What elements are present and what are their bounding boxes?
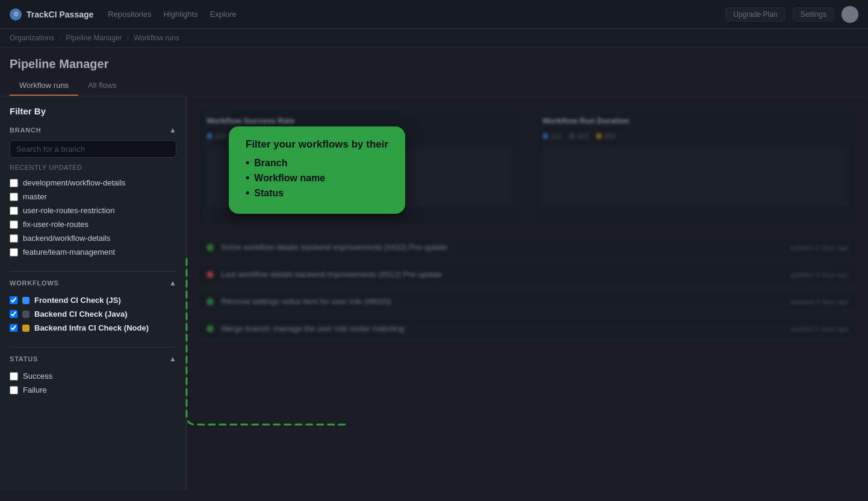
workflow-checkbox-frontend[interactable]	[10, 296, 17, 304]
branch-item-user-role-routes[interactable]: user-role-routes-restriction	[10, 204, 176, 217]
nav-right: Upgrade Plan Settings	[725, 6, 858, 23]
workflows-section: WORKFLOWS ▲ Frontend CI Check (JS) Backe…	[10, 279, 176, 335]
workflows-section-label: WORKFLOWS	[10, 279, 59, 287]
branch-checkbox-master[interactable]	[10, 193, 18, 201]
branch-chevron-icon[interactable]: ▲	[169, 126, 176, 134]
tabs-bar: Workflow runs All flows	[0, 76, 868, 96]
tooltip-title: Filter your workflows by their	[246, 138, 388, 151]
run-title-4: Merge branch: manage the user role route…	[221, 324, 783, 333]
branch-checkbox-development[interactable]	[10, 179, 18, 187]
branch-section-label: BRANCH	[10, 126, 41, 134]
branch-label-master: master	[23, 192, 47, 201]
status-label-success: Success	[23, 372, 52, 381]
tooltip-items-list: Branch Workflow name Status	[246, 157, 388, 199]
workflow-runs-list: Some workflow details backend improvemen…	[187, 236, 868, 340]
branch-item-feature-team[interactable]: feature/team-management	[10, 245, 176, 259]
tab-all-flows[interactable]: All flows	[78, 76, 126, 96]
workflow-dot-backend-node	[22, 325, 29, 332]
page-title: Pipeline Manager	[10, 57, 858, 71]
status-item-failure[interactable]: Failure	[10, 383, 176, 397]
workflow-item-backend-node[interactable]: Backend Infra CI Check (Node)	[10, 321, 176, 335]
workflow-item-backend-java[interactable]: Backend CI Check (Java)	[10, 307, 176, 321]
status-checkbox-failure[interactable]	[10, 386, 18, 394]
workflow-checkbox-backend-java[interactable]	[10, 310, 17, 318]
status-section: STATUS ▲ Success Failure	[10, 355, 176, 397]
status-label-failure: Failure	[23, 385, 47, 394]
branch-label-backend-workflow: backend/workflow-details	[23, 234, 110, 243]
filter-panel: Filter By BRANCH ▲ RECENTLY UPDATED deve…	[0, 96, 187, 490]
nav-link-repositories[interactable]: Repositories	[108, 10, 151, 19]
run-meta-4: updated 5 days ago	[790, 325, 848, 332]
run-status-1	[206, 244, 214, 251]
workflows-section-header: WORKFLOWS ▲	[10, 279, 176, 287]
app-logo[interactable]: ⚙ TrackCI Passage	[10, 8, 93, 20]
breadcrumb-pipeline[interactable]: Pipeline Manager	[66, 34, 122, 42]
run-title-1: Some workflow details backend improvemen…	[221, 243, 783, 252]
run-meta-1: updated 2 days ago	[790, 244, 848, 251]
branch-checkbox-user-role[interactable]	[10, 207, 18, 215]
branch-label-user-role: user-role-routes-restriction	[23, 206, 114, 215]
workflow-dot-backend-java	[22, 311, 29, 318]
legend-label-1: 123	[215, 132, 226, 140]
branch-item-master[interactable]: master	[10, 190, 176, 204]
legend-item-1: 123	[206, 132, 226, 140]
workflow-dot-frontend	[22, 297, 29, 304]
nav-link-explore[interactable]: Explore	[210, 10, 237, 19]
filter-title: Filter By	[10, 106, 176, 116]
chart-placeholder-2	[542, 147, 848, 207]
user-avatar[interactable]	[842, 6, 858, 23]
run-title-2: Last workflow details backend improvemen…	[221, 270, 783, 279]
top-navigation: ⚙ TrackCI Passage Repositories Highlight…	[0, 0, 868, 29]
branch-search-input[interactable]	[10, 140, 176, 158]
section-divider-2	[10, 347, 176, 347]
branch-item-development[interactable]: development/workflow-details	[10, 176, 176, 190]
filter-tooltip: Filter your workflows by their Branch Wo…	[229, 126, 405, 214]
tab-workflow-runs[interactable]: Workflow runs	[10, 76, 78, 96]
status-chevron-icon[interactable]: ▲	[169, 355, 176, 363]
duration-legend-item-2: 222	[569, 132, 588, 140]
workflow-label-backend-node: Backend Infra CI Check (Node)	[34, 323, 149, 332]
duration-legend-dot-gray	[569, 133, 575, 139]
page-title-area: Pipeline Manager	[0, 48, 868, 76]
status-checkbox-success[interactable]	[10, 372, 18, 381]
branch-label-development: development/workflow-details	[23, 178, 126, 187]
status-section-header: STATUS ▲	[10, 355, 176, 363]
breadcrumb-workflow-runs[interactable]: Workflow runs	[134, 34, 179, 42]
section-divider-1	[10, 271, 176, 272]
branch-checkbox-fix-user-role[interactable]	[10, 220, 18, 229]
workflow-label-frontend: Frontend CI Check (JS)	[34, 296, 121, 305]
run-item-4: Merge branch: manage the user role route…	[196, 317, 858, 340]
duration-legend-item-1: 111	[542, 132, 562, 140]
nav-link-highlights[interactable]: Highlights	[164, 10, 198, 19]
branch-checkbox-feature-team[interactable]	[10, 248, 18, 257]
branch-label-feature-team: feature/team-management	[23, 247, 115, 257]
run-status-2	[206, 271, 214, 278]
tooltip-item-branch: Branch	[246, 157, 388, 169]
tooltip-item-workflow: Workflow name	[246, 172, 388, 184]
breadcrumb-organizations[interactable]: Organizations	[10, 34, 54, 42]
status-item-success[interactable]: Success	[10, 369, 176, 383]
breadcrumb-sep-1: /	[59, 34, 61, 42]
branch-checkbox-backend-workflow[interactable]	[10, 234, 18, 243]
duration-legend-label-2: 222	[577, 132, 588, 140]
duration-legend-item-3: 333	[596, 132, 615, 140]
duration-legend-dot-blue	[542, 133, 548, 139]
tooltip-item-status: Status	[246, 187, 388, 199]
settings-button[interactable]: Settings	[793, 7, 834, 22]
run-title-3: Remove settings redux item for user role…	[221, 297, 783, 306]
workflow-checkbox-backend-node[interactable]	[10, 324, 17, 332]
run-meta-2: updated 3 days ago	[790, 271, 848, 278]
workflows-chevron-icon[interactable]: ▲	[169, 279, 176, 287]
run-item-3: Remove settings redux item for user role…	[196, 290, 858, 313]
run-duration-chart: Workflow Run Duration 111 222 333	[532, 106, 858, 226]
workflow-item-frontend[interactable]: Frontend CI Check (JS)	[10, 293, 176, 307]
upgrade-button[interactable]: Upgrade Plan	[725, 7, 785, 22]
duration-legend-label-1: 111	[551, 132, 562, 140]
run-duration-title: Workflow Run Duration	[542, 116, 848, 125]
breadcrumb-sep-2: /	[127, 34, 129, 42]
branch-item-backend-workflow[interactable]: backend/workflow-details	[10, 231, 176, 245]
run-status-3	[206, 298, 214, 305]
run-status-4	[206, 325, 214, 332]
breadcrumb: Organizations / Pipeline Manager / Workf…	[0, 29, 868, 48]
branch-item-fix-user-role[interactable]: fix-user-role-routes	[10, 217, 176, 231]
